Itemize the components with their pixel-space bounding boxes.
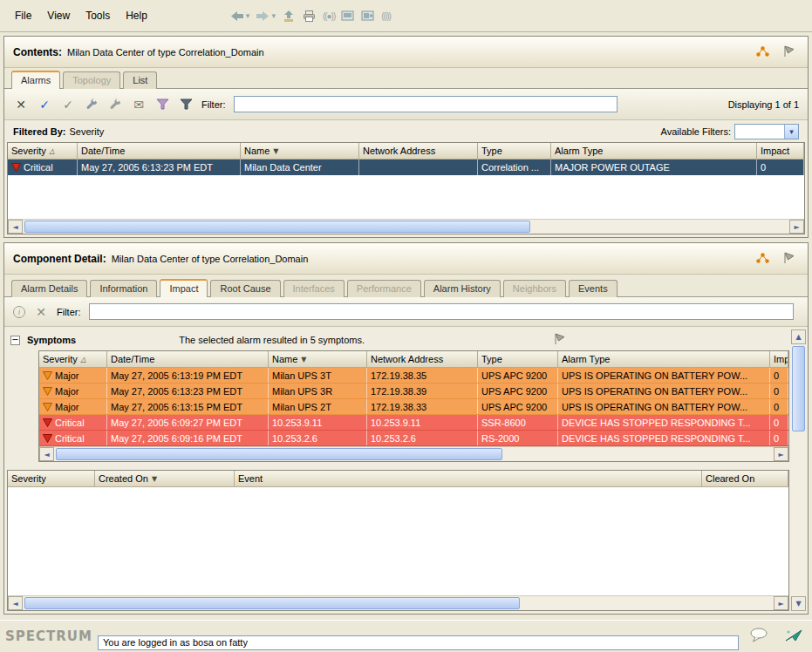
send-icon[interactable] [784,628,803,644]
events-horizontal-scrollbar[interactable]: ◄ ► [8,595,788,610]
scroll-thumb[interactable] [56,448,502,460]
cell-severity[interactable]: Critical [8,160,78,175]
back-icon[interactable] [230,10,244,22]
cell-network-address[interactable] [359,160,478,175]
cell-severity[interactable]: Critical [39,431,107,445]
forward-icon[interactable] [256,10,270,22]
col-type[interactable]: Type [478,351,558,368]
cell-type[interactable]: SSR-8600 [478,415,558,430]
scroll-track[interactable] [791,344,806,596]
cell-datetime[interactable]: May 27, 2005 6:13:23 PM EDT [78,160,241,175]
back-history-dropdown-icon[interactable]: ▾ [246,11,250,20]
cell-network-address[interactable]: 172.19.38.33 [367,399,478,414]
cell-type[interactable]: UPS APC 9200 [478,399,558,414]
detail-vertical-scrollbar[interactable]: ▲ ▼ [791,329,806,611]
symptom-row[interactable]: Critical May 27, 2005 6:09:16 PM EDT 10.… [39,431,788,446]
col-alarm-type[interactable]: Alarm Type [551,143,757,160]
cell-datetime[interactable]: May 27, 2005 6:09:16 PM EDT [107,431,269,445]
col-severity[interactable]: Severity△ [8,143,78,160]
cell-impact[interactable]: 0 [770,384,788,398]
scroll-left-button[interactable]: ◄ [8,596,23,610]
col-event[interactable]: Event [235,471,702,487]
tab-events[interactable]: Events [569,280,618,297]
menu-file[interactable]: File [7,7,39,24]
col-impact[interactable]: Impact [770,351,788,368]
tab-alarm-details[interactable]: Alarm Details [11,280,87,297]
cell-network-address[interactable]: 172.19.38.39 [367,384,478,398]
alarm-row[interactable]: Critical May 27, 2005 6:13:23 PM EDT Mil… [8,160,804,175]
cell-impact[interactable]: 0 [770,415,788,430]
scroll-thumb[interactable] [792,346,805,431]
alarm-filter-input[interactable] [234,96,618,112]
col-impact[interactable]: Impact [757,143,804,160]
cell-impact[interactable]: 0 [770,368,788,383]
device-monitor-icon[interactable] [361,10,375,22]
cell-datetime[interactable]: May 27, 2005 6:13:19 PM EDT [107,368,269,383]
antenna-icon[interactable]: ((i)) [381,11,391,21]
scroll-right-button[interactable]: ► [774,447,788,461]
menu-tools[interactable]: Tools [78,7,118,24]
col-severity[interactable]: Severity△ [39,351,107,368]
symptoms-horizontal-scrollbar[interactable]: ◄ ► [39,446,788,461]
cell-datetime[interactable]: May 27, 2005 6:13:15 PM EDT [107,399,269,414]
flag-icon[interactable] [778,45,799,59]
available-filters-select[interactable]: ▾ [734,124,799,139]
repair-wrench-icon[interactable] [84,98,99,111]
tools-wrench-icon[interactable] [107,98,123,111]
cell-network-address[interactable]: 10.253.2.6 [367,431,478,445]
cell-name[interactable]: Milan Data Center [241,160,359,175]
cell-datetime[interactable]: May 27, 2005 6:09:27 PM EDT [107,415,269,430]
col-datetime[interactable]: Date/Time [107,351,269,368]
chat-bubble-icon[interactable] [749,628,768,644]
combo-dropdown-icon[interactable]: ▾ [784,125,798,139]
cell-name[interactable]: 10.253.9.11 [269,415,367,430]
menu-help[interactable]: Help [118,7,155,24]
collapse-icon[interactable]: − [10,336,20,345]
topology-launch-icon[interactable] [752,252,773,266]
scroll-thumb[interactable] [24,221,530,233]
unacknowledge-icon[interactable]: ✓ [60,98,76,112]
clear-alarm-icon[interactable]: ✕ [13,98,29,112]
cell-name[interactable]: 10.253.2.6 [269,431,367,445]
tab-impact[interactable]: Impact [160,279,208,297]
col-name[interactable]: Name▼ [241,143,359,160]
cell-severity[interactable]: Major [39,384,107,398]
symptom-row[interactable]: Major May 27, 2005 6:13:15 PM EDT Milan … [39,399,788,415]
advanced-filter-icon[interactable] [178,98,194,110]
flag-icon[interactable] [549,333,570,347]
flag-icon[interactable] [778,252,799,266]
info-icon[interactable]: i [13,306,25,318]
scroll-track[interactable] [23,220,789,234]
scroll-up-button[interactable]: ▲ [791,329,806,344]
cell-network-address[interactable]: 172.19.38.35 [367,368,478,383]
forward-history-dropdown-icon[interactable]: ▾ [271,11,276,20]
filter-funnel-icon[interactable] [154,98,170,110]
cell-severity[interactable]: Major [39,399,107,414]
scroll-right-button[interactable]: ► [774,596,788,610]
scroll-down-button[interactable]: ▼ [791,596,806,611]
col-cleared-on[interactable]: Cleared On [702,471,788,487]
symptom-row[interactable]: Major May 27, 2005 6:13:19 PM EDT Milan … [39,368,788,384]
symptom-row[interactable]: Critical May 27, 2005 6:09:27 PM EDT 10.… [39,415,788,431]
cell-impact[interactable]: 0 [757,160,804,175]
tab-root-cause[interactable]: Root Cause [210,280,280,297]
col-datetime[interactable]: Date/Time [78,143,241,160]
col-alarm-type[interactable]: Alarm Type [558,351,770,368]
cell-datetime[interactable]: May 27, 2005 6:13:23 PM EDT [107,384,269,398]
col-network-address[interactable]: Network Address [359,143,478,160]
col-network-address[interactable]: Network Address [367,351,478,368]
cell-type[interactable]: RS-2000 [478,431,558,445]
scroll-thumb[interactable] [24,597,520,609]
cell-alarm-type[interactable]: UPS IS OPERATING ON BATTERY POW... [558,368,770,383]
clear-icon[interactable]: ✕ [33,305,49,319]
print-icon[interactable] [302,10,317,23]
cell-severity[interactable]: Critical [39,415,107,430]
scroll-track[interactable] [54,447,774,461]
cell-alarm-type[interactable]: DEVICE HAS STOPPED RESPONDING T... [558,415,770,430]
col-name[interactable]: Name▼ [269,351,367,368]
tab-information[interactable]: Information [90,280,157,297]
cell-severity[interactable]: Major [39,368,107,383]
tab-topology[interactable]: Topology [63,71,120,89]
cell-type[interactable]: UPS APC 9200 [478,368,558,383]
tab-list[interactable]: List [123,71,157,89]
